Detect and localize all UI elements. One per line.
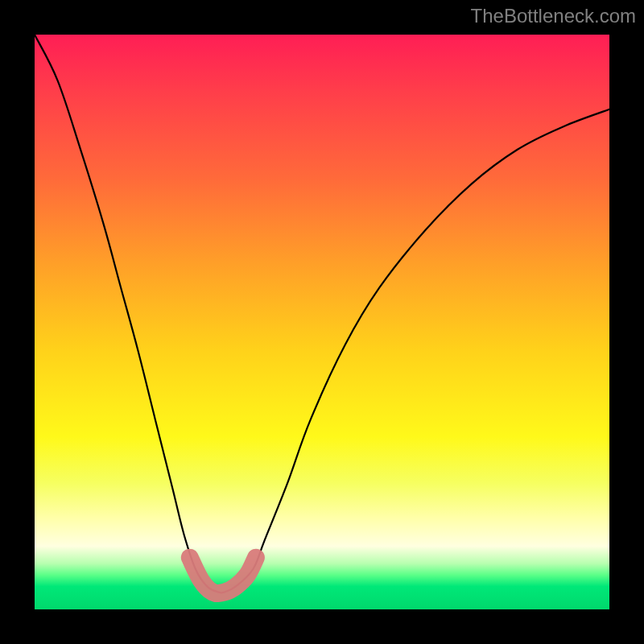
chart-frame: TheBottleneck.com (0, 0, 644, 644)
attribution-text: TheBottleneck.com (471, 5, 636, 27)
bottleneck-curve (35, 35, 609, 593)
highlight-band (190, 558, 256, 593)
curve-layer (35, 35, 609, 609)
plot-area (35, 35, 609, 609)
